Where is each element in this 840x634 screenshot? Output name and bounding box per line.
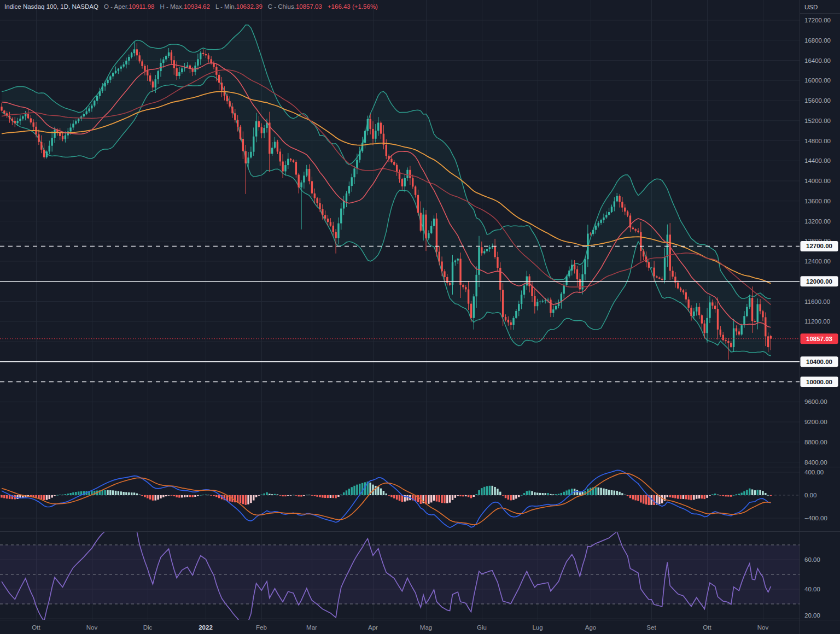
candle-body[interactable] (300, 183, 302, 187)
candle-body[interactable] (380, 122, 382, 133)
candle-body[interactable] (762, 311, 763, 317)
candle-body[interactable] (656, 277, 657, 278)
candle-body[interactable] (303, 175, 305, 182)
candle-body[interactable] (746, 307, 748, 316)
candle-body[interactable] (730, 343, 732, 347)
candle-body[interactable] (624, 208, 626, 212)
candle-body[interactable] (343, 201, 345, 209)
candle-body[interactable] (468, 289, 469, 303)
candle-body[interactable] (168, 52, 170, 56)
candle-body[interactable] (486, 249, 488, 251)
candle-body[interactable] (574, 265, 575, 269)
candle-body[interactable] (9, 116, 10, 119)
candle-body[interactable] (240, 127, 241, 139)
candle-body[interactable] (526, 277, 528, 286)
candle-body[interactable] (118, 69, 119, 71)
candle-body[interactable] (709, 302, 710, 318)
candle-body[interactable] (521, 295, 522, 304)
chart-root[interactable]: USD17200.0016800.0016400.0016000.0015600… (0, 0, 840, 634)
candle-body[interactable] (393, 162, 395, 165)
candle-body[interactable] (147, 71, 148, 75)
candle-body[interactable] (377, 122, 379, 131)
candle-body[interactable] (149, 75, 151, 81)
candle-body[interactable] (202, 53, 204, 54)
candle-body[interactable] (621, 202, 623, 208)
candle-body[interactable] (186, 66, 188, 67)
candle-body[interactable] (542, 301, 544, 302)
candle-body[interactable] (401, 179, 403, 186)
candle-body[interactable] (65, 136, 66, 139)
candle-body[interactable] (733, 328, 734, 347)
candle-body[interactable] (672, 271, 673, 277)
candle-body[interactable] (165, 56, 167, 59)
candle-body[interactable] (505, 317, 506, 320)
candle-body[interactable] (765, 317, 766, 336)
candle-body[interactable] (475, 275, 477, 297)
candle-body[interactable] (14, 121, 16, 123)
candle-body[interactable] (62, 136, 63, 139)
candle-body[interactable] (152, 81, 154, 87)
candle-body[interactable] (592, 230, 594, 234)
candle-body[interactable] (409, 170, 411, 178)
candle-body[interactable] (568, 271, 570, 277)
candle-body[interactable] (614, 201, 615, 207)
candle-body[interactable] (473, 296, 475, 318)
candle-body[interactable] (361, 143, 363, 151)
candle-body[interactable] (1, 107, 2, 110)
candle-body[interactable] (412, 178, 413, 186)
candle-body[interactable] (91, 105, 92, 108)
candle-body[interactable] (125, 61, 127, 64)
candle-body[interactable] (367, 119, 369, 131)
candle-body[interactable] (436, 219, 438, 252)
candle-body[interactable] (335, 232, 336, 238)
candle-body[interactable] (478, 247, 480, 275)
candle-body[interactable] (218, 75, 220, 83)
candle-body[interactable] (417, 195, 419, 213)
candle-body[interactable] (738, 331, 740, 334)
candle-body[interactable] (701, 315, 703, 324)
candle-body[interactable] (144, 66, 145, 71)
time-axis[interactable]: OttNovDic2022FebMarAprMagGiuLugAgoSetOtt… (32, 624, 768, 631)
candle-body[interactable] (231, 107, 233, 113)
candle-body[interactable] (717, 309, 719, 330)
candle-body[interactable] (141, 61, 143, 66)
candle-body[interactable] (680, 289, 681, 291)
candle-body[interactable] (351, 177, 353, 186)
candle-body[interactable] (293, 160, 294, 162)
candle-body[interactable] (510, 322, 512, 325)
candle-body[interactable] (332, 226, 334, 232)
candle-body[interactable] (83, 114, 85, 116)
candle-body[interactable] (372, 129, 374, 139)
candle-body[interactable] (565, 277, 567, 285)
candle-body[interactable] (157, 71, 159, 79)
candle-body[interactable] (422, 215, 424, 231)
candle-body[interactable] (25, 114, 26, 116)
candle-body[interactable] (356, 160, 358, 168)
candle-body[interactable] (648, 262, 650, 268)
candle-body[interactable] (261, 127, 262, 133)
candle-body[interactable] (277, 142, 278, 151)
candle-body[interactable] (590, 233, 591, 234)
candle-body[interactable] (229, 101, 230, 107)
candle-body[interactable] (340, 209, 342, 224)
candle-body[interactable] (197, 59, 199, 66)
candle-body[interactable] (78, 119, 79, 121)
candle-body[interactable] (643, 251, 644, 256)
candle-body[interactable] (757, 304, 759, 322)
candle-body[interactable] (337, 224, 339, 238)
candle-body[interactable] (404, 178, 406, 186)
candle-body[interactable] (740, 325, 742, 334)
candle-body[interactable] (608, 212, 610, 215)
candle-body[interactable] (664, 257, 666, 280)
candle-body[interactable] (59, 133, 61, 136)
candle-body[interactable] (86, 111, 88, 114)
main-chart-svg[interactable]: USD17200.0016800.0016400.0016000.0015600… (0, 0, 840, 634)
candle-body[interactable] (536, 302, 538, 306)
candle-body[interactable] (454, 261, 456, 262)
candle-body[interactable] (390, 159, 392, 162)
candle-body[interactable] (348, 186, 350, 193)
candle-body[interactable] (112, 73, 114, 76)
candle-body[interactable] (512, 318, 514, 325)
candle-body[interactable] (11, 119, 13, 121)
candle-body[interactable] (171, 52, 172, 60)
